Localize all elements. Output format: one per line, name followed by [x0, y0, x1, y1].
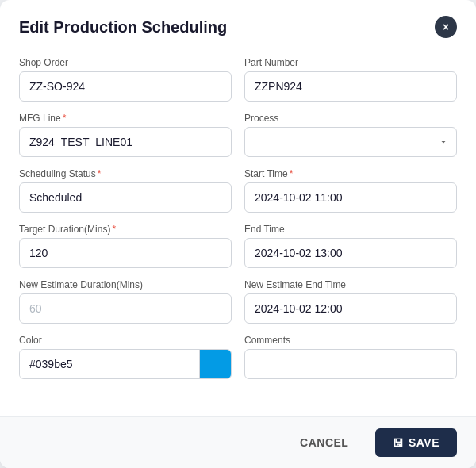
end-time-label: End Time	[244, 224, 457, 235]
modal-header: Edit Production Scheduling ×	[0, 0, 476, 51]
form-row-2: MFG Line* Process	[19, 113, 457, 157]
target-duration-group: Target Duration(Mins)*	[19, 224, 232, 268]
mfg-line-label: MFG Line*	[19, 113, 232, 124]
part-number-input[interactable]	[244, 71, 457, 102]
part-number-label: Part Number	[244, 57, 457, 68]
close-button[interactable]: ×	[435, 16, 457, 38]
comments-group: Comments	[244, 335, 457, 379]
mfg-line-input[interactable]	[19, 127, 232, 157]
shop-order-label: Shop Order	[19, 57, 232, 68]
save-icon: 🖫	[393, 437, 404, 449]
new-estimate-duration-input[interactable]	[19, 293, 232, 324]
end-time-input[interactable]	[244, 238, 457, 268]
edit-modal: Edit Production Scheduling × Shop Order …	[0, 0, 476, 468]
mfg-line-group: MFG Line*	[19, 113, 232, 157]
modal-footer: CANCEL 🖫 SAVE	[0, 416, 476, 468]
shop-order-group: Shop Order	[19, 57, 232, 102]
start-time-group: Start Time*	[244, 168, 457, 213]
color-group: Color	[19, 335, 232, 379]
form-row-3: Scheduling Status* Start Time*	[19, 168, 457, 213]
new-estimate-duration-label: New Estimate Duration(Mins)	[19, 279, 232, 290]
modal-title: Edit Production Scheduling	[19, 18, 227, 36]
scheduling-status-input[interactable]	[19, 182, 232, 213]
process-label: Process	[244, 113, 457, 124]
form-row-5: New Estimate Duration(Mins) New Estimate…	[19, 279, 457, 324]
new-estimate-end-time-input[interactable]	[244, 293, 457, 324]
new-estimate-duration-group: New Estimate Duration(Mins)	[19, 279, 232, 324]
new-estimate-end-time-group: New Estimate End Time	[244, 279, 457, 324]
form-row-4: Target Duration(Mins)* End Time	[19, 224, 457, 268]
scheduling-status-group: Scheduling Status*	[19, 168, 232, 213]
cancel-button[interactable]: CANCEL	[282, 428, 366, 457]
start-time-input[interactable]	[244, 182, 457, 213]
shop-order-input[interactable]	[19, 71, 232, 102]
color-input-wrap	[19, 349, 232, 379]
save-button[interactable]: 🖫 SAVE	[375, 428, 457, 457]
part-number-group: Part Number	[244, 57, 457, 102]
new-estimate-end-time-label: New Estimate End Time	[244, 279, 457, 290]
target-duration-label: Target Duration(Mins)*	[19, 224, 232, 235]
end-time-group: End Time	[244, 224, 457, 268]
comments-input[interactable]	[244, 349, 457, 379]
color-swatch[interactable]	[199, 350, 231, 378]
process-group: Process	[244, 113, 457, 157]
color-label: Color	[19, 335, 232, 346]
start-time-label: Start Time*	[244, 168, 457, 179]
modal-body: Shop Order Part Number MFG Line* Process	[0, 51, 476, 416]
scheduling-status-label: Scheduling Status*	[19, 168, 232, 179]
process-select[interactable]	[244, 127, 457, 157]
form-row-1: Shop Order Part Number	[19, 57, 457, 102]
comments-label: Comments	[244, 335, 457, 346]
color-text-input[interactable]	[20, 350, 199, 378]
save-label: SAVE	[409, 436, 440, 449]
form-row-6: Color Comments	[19, 335, 457, 379]
target-duration-input[interactable]	[19, 238, 232, 268]
